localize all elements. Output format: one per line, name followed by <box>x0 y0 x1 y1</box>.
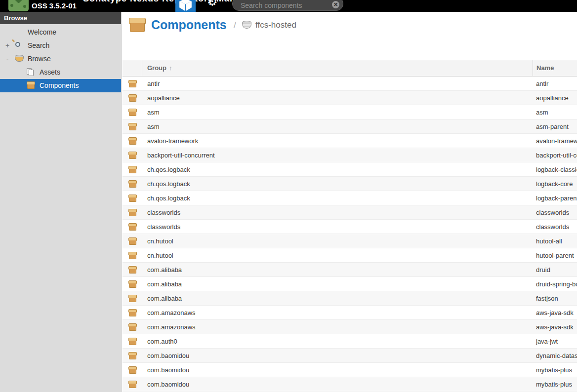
component-crate-icon <box>128 137 137 145</box>
table-row[interactable]: com.amazonaws aws-java-sdk <box>123 320 577 334</box>
group-cell: com.baomidou <box>142 363 533 377</box>
group-cell: cn.hutool <box>142 248 533 262</box>
sidebar-nav: Welcome + Search - Browse Assets Compone… <box>0 24 121 92</box>
table-row[interactable]: ch.qos.logback logback-parent <box>123 191 577 205</box>
table-row[interactable]: aopalliance aopalliance <box>123 91 577 105</box>
name-cell: avalon-framework <box>533 134 577 148</box>
sidebar-header: Browse <box>0 12 121 24</box>
table-row[interactable]: ch.qos.logback logback-classic <box>123 162 577 177</box>
table-row[interactable]: classworlds classworlds <box>123 205 577 220</box>
expander-icon[interactable]: + <box>4 39 10 52</box>
gear-icon[interactable]: ⚙ <box>207 0 218 7</box>
group-cell: com.alibaba <box>142 277 533 291</box>
component-crate-icon <box>128 237 137 245</box>
component-crate-icon <box>128 123 137 130</box>
component-crate-icon <box>128 195 137 202</box>
group-cell: com.baomidou <box>142 349 533 362</box>
clear-search-icon[interactable]: ✕ <box>332 1 339 8</box>
group-cell: antlr <box>142 77 533 90</box>
table-row[interactable]: com.amazonaws aws-java-sdk <box>123 306 577 320</box>
table-row[interactable]: com.baomidou mybatis-plus <box>123 377 577 392</box>
group-cell: com.auth0 <box>142 334 533 348</box>
table-row[interactable]: backport-util-concurrent backport-util-c… <box>123 148 577 162</box>
group-cell: com.amazonaws <box>142 320 533 334</box>
sort-ascending-icon: ↑ <box>169 64 172 72</box>
sidebar-item-label: Components <box>40 79 79 92</box>
browse-mode-button[interactable] <box>175 0 196 12</box>
table-row[interactable]: com.auth0 java-jwt <box>123 334 577 349</box>
table-row[interactable]: cn.hutool hutool-parent <box>123 248 577 263</box>
group-column-header[interactable]: Group↑ <box>142 60 533 76</box>
name-cell: classworlds <box>533 205 577 219</box>
table-row[interactable]: antlr antlr <box>123 77 577 91</box>
table-row[interactable]: com.baomidou dynamic-datasource <box>123 349 577 363</box>
search-placeholder: Search components <box>241 1 302 9</box>
logo-shape <box>10 4 13 7</box>
name-cell: mybatis-plus <box>533 363 577 377</box>
name-cell: classworlds <box>533 220 577 234</box>
name-cell: backport-util-concurrent <box>533 148 577 162</box>
breadcrumb-components-link[interactable]: Components <box>151 18 227 32</box>
component-crate-icon <box>128 280 137 288</box>
name-cell: hutool-parent <box>533 248 577 262</box>
breadcrumb-repository: ffcs-hosted <box>255 20 296 30</box>
table-row[interactable]: cn.hutool hutool-all <box>123 234 577 248</box>
name-cell: aopalliance <box>533 91 577 105</box>
table-row[interactable]: com.alibaba druid <box>123 263 577 277</box>
table-row[interactable]: com.alibaba fastjson <box>123 291 577 306</box>
breadcrumb: Components / ffcs-hosted <box>129 18 296 32</box>
name-column-header[interactable]: Name <box>533 60 577 76</box>
product-title: Sonatype Nexus Repository Manager <box>83 0 256 4</box>
component-crate-icon <box>128 252 137 259</box>
name-cell: logback-core <box>533 177 577 191</box>
group-cell: classworlds <box>142 220 533 234</box>
package-cube-icon <box>179 0 192 11</box>
sidebar-item-assets[interactable]: Assets <box>0 66 121 79</box>
sonatype-logo-icon[interactable] <box>8 0 29 11</box>
name-cell: druid <box>533 263 577 276</box>
name-column-label: Name <box>536 64 554 72</box>
version-label: OSS 3.5.2-01 <box>32 1 77 10</box>
sidebar-item-label: Assets <box>40 66 60 79</box>
search-input[interactable]: Search components ✕ <box>232 0 343 11</box>
table-row[interactable]: asm asm <box>123 105 577 119</box>
breadcrumb-separator: / <box>234 20 236 31</box>
name-cell: java-jwt <box>533 334 577 348</box>
component-crate-icon <box>128 366 137 374</box>
group-cell: com.alibaba <box>142 263 533 276</box>
component-crate-icon <box>128 381 137 388</box>
group-cell: ch.qos.logback <box>142 177 533 191</box>
name-cell: mybatis-plus <box>533 377 577 391</box>
group-cell: cn.hutool <box>142 234 533 248</box>
name-cell: logback-parent <box>533 191 577 205</box>
group-cell: com.alibaba <box>142 291 533 305</box>
component-crate-icon <box>128 166 137 173</box>
sidebar-item-browse[interactable]: - Browse <box>0 52 121 66</box>
table-row[interactable]: asm asm-parent <box>123 119 577 134</box>
sidebar-item-components[interactable]: Components <box>0 79 121 92</box>
group-cell: aopalliance <box>142 91 533 105</box>
component-crate-icon <box>128 309 137 316</box>
group-column-label: Group <box>147 64 166 72</box>
group-cell: classworlds <box>142 205 533 219</box>
repository-icon <box>242 21 251 30</box>
sidebar-item-label: Welcome <box>28 26 56 39</box>
sidebar-item-search[interactable]: + Search <box>0 39 121 52</box>
group-cell: asm <box>142 105 533 119</box>
expander-icon[interactable]: - <box>4 52 10 66</box>
table-row[interactable]: com.baomidou mybatis-plus <box>123 363 577 377</box>
component-crate-icon <box>128 266 137 274</box>
table-row[interactable]: avalon-framework avalon-framework <box>123 134 577 148</box>
name-cell: asm-parent <box>533 119 577 133</box>
component-crate-icon <box>128 152 137 159</box>
component-crate-icon <box>128 295 137 302</box>
component-crate-icon <box>128 338 137 345</box>
name-cell: aws-java-sdk <box>533 320 577 334</box>
table-header-row: Group↑ Name <box>123 60 577 77</box>
sidebar-item-welcome[interactable]: Welcome <box>0 26 121 39</box>
logo-shape <box>23 5 26 8</box>
table-row[interactable]: ch.qos.logback logback-core <box>123 177 577 191</box>
table-row[interactable]: com.alibaba druid-spring-boot-starter <box>123 277 577 291</box>
table-row[interactable]: classworlds classworlds <box>123 220 577 234</box>
components-crate-icon <box>129 18 146 32</box>
